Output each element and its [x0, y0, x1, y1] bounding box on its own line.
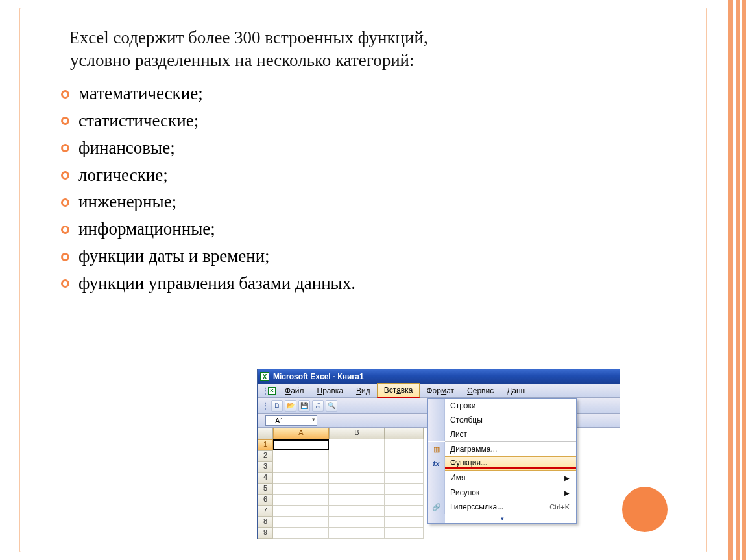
menu-insert[interactable]: Вставка [377, 383, 420, 398]
list-item: финансовые; [61, 135, 680, 162]
list-item: информационные; [61, 216, 680, 243]
name-box-value: A1 [275, 417, 283, 425]
cell[interactable] [329, 472, 385, 484]
dd-cols[interactable]: Столбцы [428, 413, 576, 427]
select-all-corner[interactable] [258, 428, 273, 439]
name-box[interactable]: A1 [265, 415, 317, 426]
new-file-icon[interactable]: 🗋 [271, 400, 283, 412]
dd-name[interactable]: Имя▶ [428, 471, 576, 485]
menu-data[interactable]: Данн [500, 384, 531, 397]
cell[interactable] [273, 484, 329, 495]
preview-icon[interactable]: 🔍 [326, 400, 337, 412]
cell[interactable] [385, 461, 424, 472]
row-header[interactable]: 5 [258, 484, 273, 495]
dd-hyperlink[interactable]: 🔗Гиперссылка...Ctrl+K [428, 500, 576, 514]
row-header[interactable]: 9 [258, 528, 273, 539]
list-item: инженерные; [61, 189, 680, 216]
submenu-arrow-icon: ▶ [564, 474, 576, 482]
grip-icon: ⋮ [261, 386, 265, 395]
cell[interactable] [385, 472, 424, 484]
row-header[interactable]: 7 [258, 506, 273, 517]
cell[interactable] [329, 461, 385, 472]
list-label: информационные; [78, 216, 215, 243]
col-header-b[interactable]: B [329, 428, 385, 439]
list-label: логические; [78, 162, 168, 189]
cell[interactable] [385, 506, 424, 517]
list-label: статистические; [78, 108, 199, 135]
menu-file[interactable]: Файл [278, 384, 311, 397]
list-label: инженерные; [78, 189, 176, 216]
dd-chart[interactable]: ▥Диаграмма... [428, 442, 576, 456]
row-header[interactable]: 1 [258, 439, 273, 450]
cell[interactable] [385, 495, 424, 506]
row-header[interactable]: 3 [258, 461, 273, 472]
cell[interactable] [273, 450, 329, 461]
menu-format[interactable]: Формат [420, 384, 461, 397]
list-item: функции управления базами данных. [61, 270, 680, 298]
row-header[interactable]: 2 [258, 450, 273, 461]
mnemonic: П [317, 386, 323, 395]
blank-icon [428, 471, 445, 485]
cell[interactable] [385, 517, 424, 528]
cell[interactable] [329, 439, 385, 450]
cell[interactable] [385, 484, 424, 495]
titlebar: X Microsoft Excel - Книга1 [258, 369, 620, 384]
bullet-icon [61, 253, 69, 261]
insert-dropdown: Строки Столбцы Лист ▥Диаграмма... fxФунк… [427, 398, 577, 524]
row-header[interactable]: 8 [258, 517, 273, 528]
col-header-a[interactable]: A [273, 428, 329, 439]
list-label: функции даты и времени; [78, 243, 270, 270]
dd-func-text: Функция... [450, 458, 487, 467]
intro-line-2: условно разделенных на несколько категор… [56, 51, 415, 70]
save-icon[interactable]: 💾 [298, 400, 310, 412]
col-header-blank[interactable] [385, 428, 424, 439]
cell[interactable] [273, 506, 329, 517]
cell[interactable] [273, 528, 329, 539]
cell[interactable] [329, 495, 385, 506]
mnemonic: С [467, 386, 473, 395]
open-icon[interactable]: 📂 [285, 400, 296, 412]
dd-label: Гиперссылка... [445, 502, 549, 511]
cell[interactable] [329, 528, 385, 539]
list-item: логические; [61, 162, 680, 189]
bullet-icon [61, 226, 69, 234]
list-item: математические; [61, 80, 680, 108]
excel-app-icon: X [260, 372, 269, 381]
dd-label: Имя [445, 473, 564, 482]
cell[interactable] [385, 450, 424, 461]
menu-tools[interactable]: Сервис [461, 384, 500, 397]
accent-bar-inner2 [736, 0, 740, 560]
cell[interactable] [329, 517, 385, 528]
slide-content: Excel содержит более 300 встроенных функ… [20, 8, 706, 298]
menu-edit[interactable]: Правка [311, 384, 350, 397]
cell[interactable] [385, 528, 424, 539]
cell[interactable] [329, 450, 385, 461]
dd-picture[interactable]: Рисунок▶ [428, 485, 576, 500]
cell[interactable] [273, 472, 329, 484]
dd-label: Диаграмма... [445, 445, 576, 454]
cell[interactable] [273, 517, 329, 528]
grip-icon: ⋮ [261, 401, 269, 410]
cell[interactable] [329, 506, 385, 517]
list-label: финансовые; [78, 135, 175, 162]
fx-icon: fx [428, 456, 445, 471]
print-icon[interactable]: 🖨 [312, 400, 324, 412]
dd-expand[interactable]: ▾ [428, 514, 576, 523]
dd-sheet[interactable]: Лист [428, 427, 576, 441]
intro-line-1: Excel содержит более 300 встроенных функ… [69, 28, 427, 47]
cell[interactable] [385, 439, 424, 450]
cell-a1[interactable] [273, 439, 329, 450]
menubar: ⋮ X Файл Правка Вид Вставка Формат Серви… [258, 384, 620, 398]
row-header[interactable]: 4 [258, 472, 273, 484]
menu-view[interactable]: Вид [350, 384, 377, 397]
cell[interactable] [273, 495, 329, 506]
row-header[interactable]: 6 [258, 495, 273, 506]
blank-icon [428, 427, 445, 441]
bullet-icon [61, 144, 69, 152]
globe-icon: 🔗 [428, 500, 445, 514]
dd-label: Столбцы [445, 415, 576, 425]
cell[interactable] [329, 484, 385, 495]
cell[interactable] [273, 461, 329, 472]
dd-function[interactable]: fxФункция... [428, 456, 576, 471]
dd-rows[interactable]: Строки [428, 399, 576, 413]
